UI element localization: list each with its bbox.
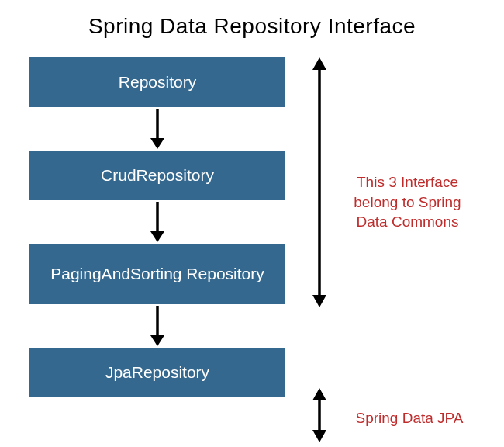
annotation-jpa: Spring Data JPA — [340, 408, 479, 428]
box-label: JpaRepository — [105, 362, 209, 383]
svg-marker-3 — [150, 231, 164, 242]
bracket-commons-icon — [310, 57, 329, 310]
box-repository: Repository — [29, 57, 285, 107]
box-label: Repository — [119, 72, 196, 92]
box-label: PagingAndSorting Repository — [50, 264, 264, 284]
annotation-commons: This 3 Interface belong to Spring Data C… — [340, 172, 475, 232]
arrow-down-icon — [29, 200, 285, 244]
arrow-down-icon — [29, 304, 285, 348]
diagram-title: Spring Data Repository Interface — [0, 0, 504, 57]
svg-marker-9 — [312, 388, 326, 400]
bracket-jpa-icon — [310, 388, 329, 445]
box-paging-and-sorting-repository: PagingAndSorting Repository — [29, 244, 285, 304]
hierarchy-column: Repository CrudRepository PagingAndSorti… — [29, 57, 285, 397]
box-crud-repository: CrudRepository — [29, 151, 285, 200]
box-label: CrudRepository — [101, 165, 214, 185]
box-jpa-repository: JpaRepository — [29, 348, 285, 397]
diagram-container: Repository CrudRepository PagingAndSorti… — [0, 57, 504, 397]
svg-marker-5 — [150, 335, 164, 346]
svg-marker-1 — [150, 138, 164, 149]
svg-marker-11 — [312, 430, 326, 442]
svg-marker-6 — [312, 57, 326, 70]
arrow-down-icon — [29, 107, 285, 151]
svg-marker-8 — [312, 295, 326, 307]
